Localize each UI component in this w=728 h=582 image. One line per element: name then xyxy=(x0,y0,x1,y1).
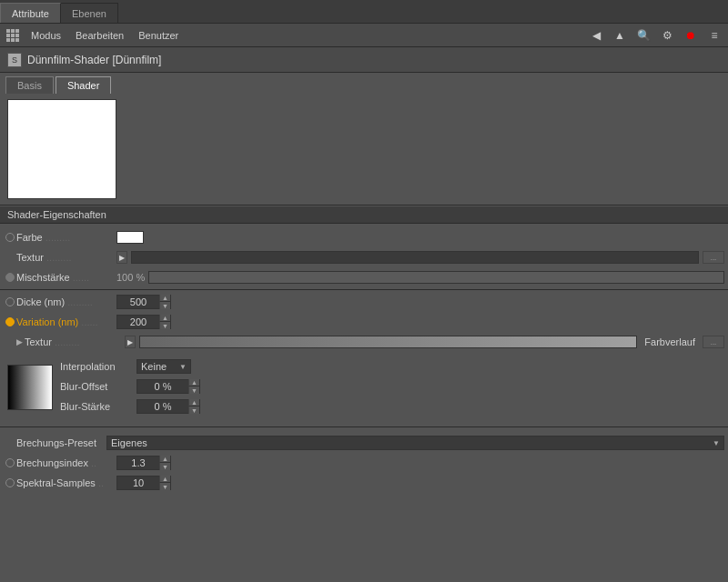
dicke-circle xyxy=(5,297,15,306)
blur-staerke-label: Blur-Stärke xyxy=(60,401,133,412)
dicke-input[interactable]: 500 ▲ ▼ xyxy=(116,295,171,309)
dicke-up[interactable]: ▲ xyxy=(159,295,170,302)
menu-bearbeiten[interactable]: Bearbeiten xyxy=(68,28,131,43)
brechungs-indicator xyxy=(4,457,16,469)
variation-input[interactable]: 200 ▲ ▼ xyxy=(116,315,171,329)
dicke-label: Dicke (nm) ......... xyxy=(16,296,116,307)
misch-value: 100 % xyxy=(116,272,145,283)
prop-row-dicke: Dicke (nm) ......... 500 ▲ ▼ xyxy=(0,292,728,312)
variation-up[interactable]: ▲ xyxy=(159,315,170,322)
textur-label: Textur ......... xyxy=(16,252,116,263)
menu-benutzer[interactable]: Benutzer xyxy=(131,28,186,43)
subtab-basis-label: Basis xyxy=(17,80,42,91)
preset-dropdown[interactable]: Eigenes ▼ xyxy=(106,436,724,450)
gradient-section: Interpolation Keine ▼ Blur-Offset 0 % ▲ … xyxy=(0,356,728,425)
variation-down[interactable]: ▼ xyxy=(159,322,170,329)
tab-attribute[interactable]: Attribute xyxy=(0,3,61,23)
textur2-expand[interactable]: ▶ xyxy=(16,337,23,346)
menu-bar: Modus Bearbeiten Benutzer ◀ ▲ 🔍 ⚙ ⏺ ≡ xyxy=(0,24,728,47)
dicke-arrows: ▲ ▼ xyxy=(159,295,170,309)
tab-attribute-label: Attribute xyxy=(12,8,49,19)
prop-row-textur2: ▶ Textur ......... ▶ Farbverlauf ... xyxy=(0,332,728,352)
blur-staerke-down[interactable]: ▼ xyxy=(188,406,199,414)
farbe-indicator xyxy=(4,231,16,244)
prop-row-spektral: Spektral-Samples .. 10 ▲ ▼ xyxy=(0,473,728,493)
sub-tab-bar: Basis Shader xyxy=(0,73,728,94)
properties-panel: Farbe ......... Textur ......... ▶ ... xyxy=(0,224,728,356)
variation-indicator xyxy=(4,316,16,328)
brechungs-section: Brechungs-Preset Eigenes ▼ Brechungsinde… xyxy=(0,429,728,497)
blur-offset-arrows: ▲ ▼ xyxy=(188,379,199,394)
blur-staerke-input[interactable]: 0 % ▲ ▼ xyxy=(136,399,200,414)
interpolation-label: Interpolation xyxy=(60,361,133,372)
farbverlauf-arrow[interactable]: ▶ xyxy=(125,336,136,348)
interpolation-row: Interpolation Keine ▼ xyxy=(60,357,721,376)
blur-staerke-arrows: ▲ ▼ xyxy=(188,399,199,414)
spektral-down[interactable]: ▼ xyxy=(159,483,170,490)
spektral-input[interactable]: 10 ▲ ▼ xyxy=(116,476,171,490)
variation-value: 200 xyxy=(117,316,159,327)
textur-track[interactable] xyxy=(131,251,699,264)
textur-indicator xyxy=(4,251,16,264)
preset-arrow-icon: ▼ xyxy=(713,439,720,447)
brechungs-input[interactable]: 1.3 ▲ ▼ xyxy=(116,456,171,470)
content-area: Shader-Eigenschaften Farbe ......... Tex… xyxy=(0,94,728,570)
spektral-indicator xyxy=(4,477,16,489)
menu-right-icons: ◀ ▲ 🔍 ⚙ ⏺ ≡ xyxy=(586,25,724,45)
textur2-indicator xyxy=(4,336,16,348)
textur-slider-container: ▶ ... xyxy=(116,251,724,264)
textur-more-btn[interactable]: ... xyxy=(703,251,724,264)
subtab-shader-label: Shader xyxy=(67,80,99,91)
dicke-down[interactable]: ▼ xyxy=(159,302,170,309)
brechungs-label: Brechungsindex .. xyxy=(16,457,116,468)
prop-row-textur: Textur ......... ▶ ... xyxy=(0,247,728,267)
nav-forward-icon[interactable]: ▲ xyxy=(610,25,630,45)
section-shader-eigenschaften: Shader-Eigenschaften xyxy=(0,206,728,224)
interpolation-value: Keine xyxy=(141,361,179,372)
variation-circle xyxy=(5,317,15,326)
extra-icon[interactable]: ≡ xyxy=(704,25,724,45)
nav-back-icon[interactable]: ◀ xyxy=(586,25,606,45)
preset-label: Brechungs-Preset xyxy=(16,437,103,448)
record-icon[interactable]: ⏺ xyxy=(681,25,701,45)
dicke-indicator xyxy=(4,296,16,308)
gradient-controls: Interpolation Keine ▼ Blur-Offset 0 % ▲ … xyxy=(60,357,721,417)
subtab-basis[interactable]: Basis xyxy=(5,76,54,94)
blur-offset-row: Blur-Offset 0 % ▲ ▼ xyxy=(60,377,721,396)
spektral-label: Spektral-Samples .. xyxy=(16,477,116,488)
search-icon[interactable]: 🔍 xyxy=(633,25,653,45)
blur-offset-down[interactable]: ▼ xyxy=(188,386,199,394)
prop-row-mischstaerke: Mischstärke ...... 100 % xyxy=(0,267,728,287)
brechungs-up[interactable]: ▲ xyxy=(159,456,170,463)
section-label: Shader-Eigenschaften xyxy=(7,209,106,220)
spektral-up[interactable]: ▲ xyxy=(159,476,170,483)
tab-ebenen[interactable]: Ebenen xyxy=(61,3,118,23)
misch-fill xyxy=(149,272,723,283)
subtab-shader[interactable]: Shader xyxy=(56,76,111,94)
spektral-circle xyxy=(5,478,15,487)
misch-label: Mischstärke ...... xyxy=(16,272,116,283)
blur-offset-input[interactable]: 0 % ▲ ▼ xyxy=(136,379,200,394)
textur-arrow-btn[interactable]: ▶ xyxy=(116,251,127,264)
menu-modus[interactable]: Modus xyxy=(24,28,68,43)
settings-icon[interactable]: ⚙ xyxy=(657,25,677,45)
preview-area xyxy=(0,94,728,206)
grid-menu-icon[interactable] xyxy=(4,26,22,45)
blur-staerke-row: Blur-Stärke 0 % ▲ ▼ xyxy=(60,397,721,416)
brechungs-down[interactable]: ▼ xyxy=(159,463,170,470)
title-text: Dünnfilm-Shader [Dünnfilm] xyxy=(27,54,161,66)
variation-arrows: ▲ ▼ xyxy=(159,315,170,329)
farbverlauf-container: ▶ Farbverlauf ... xyxy=(125,336,724,348)
brechungs-circle xyxy=(5,458,15,467)
prop-row-variation: Variation (nm) ...... 200 ▲ ▼ xyxy=(0,312,728,332)
farbverlauf-more-btn[interactable]: ... xyxy=(703,336,724,348)
interpolation-dropdown[interactable]: Keine ▼ xyxy=(136,359,191,374)
farbe-swatch[interactable] xyxy=(116,231,144,244)
prop-row-farbe: Farbe ......... xyxy=(0,227,728,247)
farbverlauf-bar[interactable] xyxy=(139,336,637,348)
blur-staerke-up[interactable]: ▲ xyxy=(188,399,199,406)
misch-slider[interactable] xyxy=(148,271,724,284)
preset-value: Eigenes xyxy=(111,437,713,448)
blur-offset-up[interactable]: ▲ xyxy=(188,379,199,386)
grid-icon xyxy=(6,29,19,42)
